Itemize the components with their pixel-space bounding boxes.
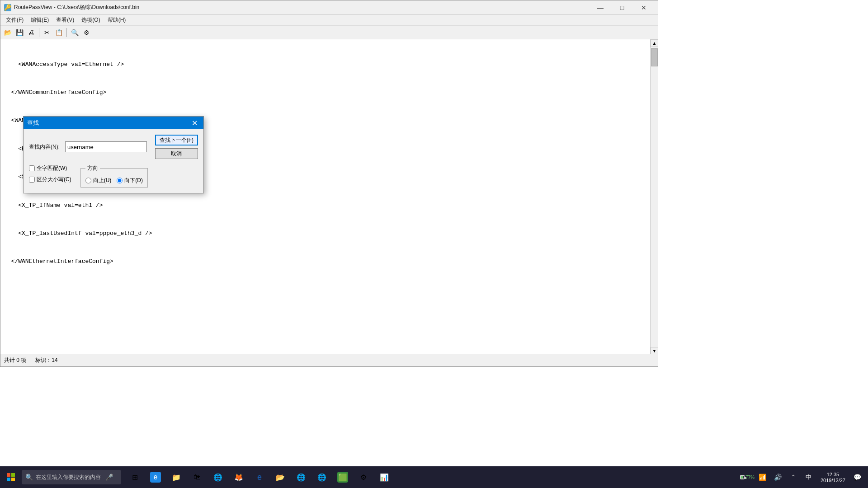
close-button[interactable]: ✕	[633, 0, 654, 15]
scrollbar-vertical[interactable]: ▲ ▼	[650, 39, 658, 355]
menu-file[interactable]: 文件(F)	[2, 15, 27, 26]
taskbar-app-firefox[interactable]: 🦊	[229, 467, 249, 487]
toolbar-cut[interactable]: ✂	[42, 27, 52, 38]
tray-clock[interactable]: 12:35 2019/12/27	[817, 466, 849, 488]
app-icon: 🔑	[4, 4, 11, 11]
mic-icon: 🎤	[105, 474, 113, 481]
ime-lang-label: 中	[806, 473, 811, 481]
svg-rect-0	[7, 473, 10, 477]
case-sensitive-checkbox-input[interactable]	[29, 177, 35, 183]
scroll-up-arrow[interactable]: ▲	[651, 39, 658, 47]
tray-network[interactable]: 📶	[755, 470, 770, 484]
code-line	[4, 342, 649, 352]
tray-time-text: 12:35	[827, 472, 840, 477]
case-sensitive-label: 区分大小写(C)	[37, 176, 71, 183]
menu-edit[interactable]: 编辑(E)	[27, 15, 52, 26]
tray-notification[interactable]: 💬	[850, 470, 864, 484]
toolbar-open[interactable]: 📂	[2, 27, 13, 38]
menu-options[interactable]: 选项(O)	[78, 15, 104, 26]
toolbar-settings[interactable]: ⚙	[81, 27, 92, 38]
find-dialog-close-button[interactable]: ✕	[189, 117, 200, 128]
tray-volume[interactable]: 🔊	[771, 470, 785, 484]
radio-down[interactable]	[117, 178, 123, 183]
radio-down-text: 向下(D)	[124, 177, 143, 184]
find-dialog-body: 查找内容(N): 查找下一个(F) 取消 全字匹配(W)	[24, 129, 203, 193]
taskbar-app-edge[interactable]: e	[146, 467, 165, 487]
code-line: <X_TP_lastUsedIntf val=pppoe_eth3_d />	[4, 229, 649, 239]
direction-group: 方向 向上(U) 向下(D)	[80, 164, 148, 188]
taskbar-app-explorer[interactable]: 📁	[166, 467, 186, 487]
find-input[interactable]	[65, 141, 147, 152]
app-window: 🔑 RoutePassView - C:\Users\杨综\Downloads\…	[0, 0, 658, 367]
taskbar-search-text: 在这里输入你要搜索的内容	[36, 474, 101, 481]
find-buttons: 查找下一个(F) 取消	[155, 135, 198, 159]
code-line: <X_TP_IfName val=eth1 />	[4, 201, 649, 211]
taskbar-app-browser1[interactable]: 🌐	[208, 467, 228, 487]
title-bar: 🔑 RoutePassView - C:\Users\杨综\Downloads\…	[0, 0, 658, 15]
toolbar-search[interactable]: 🔍	[69, 27, 80, 38]
whole-word-checkbox-input[interactable]	[29, 165, 35, 171]
green-app-icon: 🟩	[337, 472, 348, 483]
menu-help[interactable]: 帮助(H)	[104, 15, 130, 26]
network-icon: 🌐	[296, 472, 307, 483]
whole-word-checkbox[interactable]: 全字匹配(W)	[29, 164, 71, 172]
case-sensitive-checkbox[interactable]: 区分大小写(C)	[29, 176, 71, 183]
tray-battery[interactable]: 77%	[740, 470, 755, 484]
window-title: RoutePassView - C:\Users\杨综\Downloads\co…	[14, 4, 139, 11]
svg-rect-2	[7, 478, 10, 481]
find-label: 查找内容(N):	[29, 143, 65, 151]
toolbar-print[interactable]: 🖨	[26, 27, 37, 38]
extra-icon: 📊	[379, 472, 390, 483]
tray-date-text: 2019/12/27	[821, 478, 845, 483]
scroll-thumb[interactable]	[651, 48, 658, 66]
radio-down-label[interactable]: 向下(D)	[117, 177, 143, 184]
main-content: <WANAccessType val=Ethernet /> </WANComm…	[0, 39, 658, 355]
menu-view[interactable]: 查看(V)	[52, 15, 78, 26]
minimize-button[interactable]: —	[590, 0, 611, 15]
taskbar-app-store[interactable]: 🛍	[187, 467, 207, 487]
taskbar-app-green[interactable]: 🟩	[333, 467, 353, 487]
svg-rect-1	[11, 473, 15, 477]
start-button[interactable]	[0, 466, 22, 488]
settings-icon: ⚙	[358, 472, 369, 483]
status-label: 标识：14	[35, 357, 57, 364]
task-view-icon: ⊞	[129, 472, 140, 483]
taskbar-app-files[interactable]: 📂	[270, 467, 290, 487]
find-next-button[interactable]: 查找下一个(F)	[155, 135, 198, 145]
menu-bar: 文件(F) 编辑(E) 查看(V) 选项(O) 帮助(H)	[0, 15, 658, 26]
taskbar-app-extra[interactable]: 📊	[374, 467, 394, 487]
code-line: </WANEthernetInterfaceConfig>	[4, 257, 649, 267]
find-dialog: 查找 ✕ 查找内容(N): 查找下一个(F) 取消	[23, 116, 204, 193]
toolbar: 📂 💾 🖨 ✂ 📋 🔍 ⚙	[0, 26, 658, 39]
maximize-button[interactable]: □	[612, 0, 632, 15]
browser1-icon: 🌐	[212, 472, 223, 483]
find-options: 全字匹配(W) 区分大小写(C)	[29, 164, 71, 183]
taskbar-app-ie[interactable]: e	[250, 467, 269, 487]
code-area[interactable]: <WANAccessType val=Ethernet /> </WANComm…	[0, 39, 658, 355]
files-icon: 📂	[275, 472, 286, 483]
whole-word-label: 全字匹配(W)	[37, 164, 67, 172]
taskbar-search-bar[interactable]: 🔍 在这里输入你要搜索的内容 🎤	[22, 470, 121, 484]
taskbar-app-settings[interactable]: ⚙	[354, 467, 373, 487]
taskbar-app-task-view[interactable]: ⊞	[125, 467, 145, 487]
ie-icon: e	[254, 472, 265, 483]
search-icon: 🔍	[25, 474, 33, 481]
taskbar-app-chrome[interactable]: 🌐	[312, 467, 332, 487]
status-count: 共计 0 项	[4, 357, 26, 364]
radio-up-label[interactable]: 向上(U)	[85, 177, 112, 184]
tray-ime[interactable]: 中	[802, 470, 816, 484]
radio-up[interactable]	[85, 178, 91, 183]
taskbar-app-network[interactable]: 🌐	[291, 467, 311, 487]
explorer-icon: 📁	[171, 472, 182, 483]
radio-up-text: 向上(U)	[93, 177, 112, 184]
system-tray: 77% 📶 🔊 ⌃ 中 12:35 2019/12/27 💬	[740, 466, 868, 488]
toolbar-save[interactable]: 💾	[14, 27, 25, 38]
find-cancel-button[interactable]: 取消	[155, 148, 198, 159]
code-line	[4, 314, 649, 323]
toolbar-copy[interactable]: 📋	[53, 27, 64, 38]
chrome-icon: 🌐	[316, 472, 327, 483]
code-line: <WANAccessType val=Ethernet />	[4, 60, 649, 70]
svg-rect-3	[11, 478, 15, 481]
tray-chevron[interactable]: ⌃	[786, 470, 801, 484]
taskbar: 🔍 在这里输入你要搜索的内容 🎤 ⊞ e 📁 🛍 🌐 🦊 e 📂 🌐	[0, 466, 868, 488]
